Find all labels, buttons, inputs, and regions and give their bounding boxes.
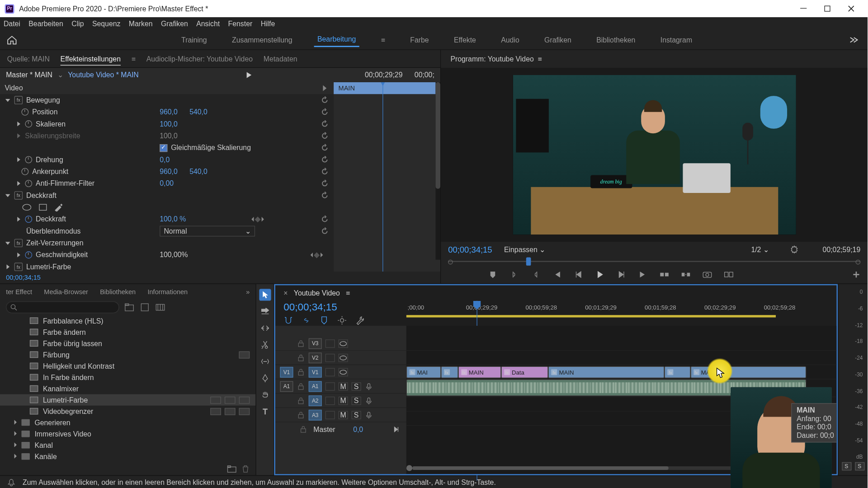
voice-over-icon[interactable] (365, 397, 373, 405)
timeline-settings-icon[interactable] (337, 316, 347, 325)
tab-media-browser[interactable]: Media-Browser (44, 288, 88, 296)
next-keyframe-icon[interactable] (321, 253, 326, 258)
reset-icon[interactable] (321, 144, 329, 152)
settings-icon[interactable] (789, 245, 799, 254)
effect-keyframe-area[interactable]: MAIN (334, 82, 440, 272)
chevron-down-icon[interactable]: ⌄ (57, 71, 63, 79)
workspace-training[interactable]: Training (178, 33, 210, 47)
sync-lock-icon[interactable] (326, 354, 335, 362)
next-keyframe-icon[interactable] (261, 217, 266, 222)
mute-button[interactable]: M (339, 411, 348, 419)
step-forward-icon[interactable] (616, 269, 627, 280)
fx-badge-icon[interactable]: fx (14, 96, 23, 104)
comparison-view-icon[interactable] (723, 269, 734, 280)
workspace-audio[interactable]: Audio (497, 33, 523, 47)
lock-icon[interactable] (297, 368, 305, 376)
track-v1-area[interactable]: fxMAI fx fxMAIN fxData fxMAIN fx fxMAIN … (406, 365, 837, 380)
menu-hilfe[interactable]: Hilfe (261, 20, 275, 28)
mark-in-icon[interactable] (509, 269, 520, 280)
workspace-farbe[interactable]: Farbe (406, 33, 432, 47)
prev-keyframe-icon[interactable] (249, 217, 254, 222)
lock-icon[interactable] (297, 339, 305, 347)
lock-icon[interactable] (299, 426, 307, 434)
stopwatch-icon[interactable] (25, 216, 32, 223)
maximize-button[interactable] (815, 0, 839, 17)
effect-panel-timecode[interactable]: 00;00;34;15 (0, 272, 440, 284)
workspace-instagram[interactable]: Instagram (657, 33, 696, 47)
add-button-icon[interactable] (851, 269, 862, 280)
mute-button[interactable]: M (339, 397, 348, 405)
lock-icon[interactable] (297, 411, 305, 419)
overflow-icon[interactable]: » (246, 288, 250, 296)
play-button[interactable] (594, 269, 605, 280)
slip-tool-icon[interactable] (259, 356, 271, 367)
deckkraft-value[interactable]: 100,0 % (160, 215, 186, 223)
track-target-v3[interactable]: V3 (309, 338, 322, 349)
ankerpunkt-x-value[interactable]: 960,0 (160, 168, 178, 176)
section-toggle-icon[interactable] (321, 84, 329, 92)
tab-ter-effect[interactable]: ter Effect (6, 288, 32, 296)
new-bin-icon[interactable] (227, 465, 236, 473)
program-current-timecode[interactable]: 00;00;34;15 (448, 245, 492, 254)
menu-bearbeiten[interactable]: Bearbeiten (28, 20, 63, 28)
twist-right-icon[interactable] (15, 121, 21, 127)
track-target-a2[interactable]: A2 (309, 395, 322, 406)
stopwatch-icon[interactable] (21, 108, 28, 116)
lock-icon[interactable] (297, 397, 305, 405)
eye-icon[interactable] (339, 354, 348, 362)
menu-clip[interactable]: Clip (71, 20, 84, 28)
mute-button[interactable]: M (339, 382, 348, 390)
preset-farbe-aendern[interactable]: Farbe ändern (0, 327, 255, 338)
close-button[interactable] (839, 0, 863, 17)
folder-kanal[interactable]: Kanal (0, 440, 255, 451)
preset-faerbung[interactable]: Färbung (0, 349, 255, 361)
workspace-effekte[interactable]: Effekte (450, 33, 480, 47)
reset-icon[interactable] (321, 120, 329, 128)
home-icon[interactable] (0, 35, 24, 45)
pen-mask-icon[interactable] (54, 203, 63, 211)
minimize-button[interactable] (791, 0, 815, 17)
voice-over-icon[interactable] (365, 411, 373, 419)
bell-icon[interactable] (7, 478, 15, 486)
program-viewer[interactable]: dream big (441, 68, 868, 242)
scrub-end-handle[interactable] (856, 260, 861, 265)
twist-right-icon[interactable] (15, 133, 21, 139)
timeline-clip[interactable]: fxMAIN (458, 366, 501, 378)
antiflimmer-value[interactable]: 0,00 (160, 179, 174, 188)
track-v3-area[interactable] (406, 337, 837, 351)
hand-tool-icon[interactable] (259, 389, 271, 401)
track-target-a1[interactable]: A1 (309, 381, 322, 392)
play-icon[interactable] (245, 72, 252, 79)
tab-quelle[interactable]: Quelle: MAIN (7, 55, 50, 63)
twist-down-icon[interactable] (5, 97, 11, 103)
twist-right-icon[interactable] (15, 157, 21, 163)
tab-audioclip-mischer[interactable]: Audioclip-Mischer: Youtube Video (146, 55, 253, 63)
twist-right-icon[interactable] (5, 264, 11, 270)
stopwatch-icon[interactable] (25, 180, 32, 188)
solo-right-button[interactable]: S (855, 462, 864, 470)
timeline-ruler[interactable]: ;00;00 00;00;29;29 00;00;59;28 00;01;29;… (406, 301, 837, 326)
sync-lock-icon[interactable] (326, 397, 335, 405)
reset-icon[interactable] (321, 132, 329, 140)
reset-icon[interactable] (321, 227, 329, 235)
sync-lock-icon[interactable] (326, 368, 335, 376)
timeline-clip[interactable]: fx (441, 366, 458, 378)
timeline-clip[interactable]: fxMAIN (548, 366, 665, 378)
panel-menu-icon[interactable]: ≡ (346, 289, 350, 297)
project-search-input[interactable] (6, 301, 119, 313)
twist-down-icon[interactable] (5, 192, 11, 198)
timeline-timecode[interactable]: 00;00;34;15 (283, 301, 398, 313)
menu-ansicht[interactable]: Ansicht (196, 20, 220, 28)
preset-lumetri[interactable]: Lumetri-Farbe (0, 394, 255, 406)
source-patch-v1[interactable]: V1 (280, 367, 293, 378)
new-item-icon[interactable] (139, 302, 150, 313)
preset-farbbalance[interactable]: Farbbalance (HLS) (0, 315, 255, 327)
preset-videobegrenzer[interactable]: Videobegrenzer (0, 406, 255, 417)
selection-tool-icon[interactable] (259, 289, 271, 301)
effect-playhead[interactable] (382, 82, 383, 272)
sync-lock-icon[interactable] (326, 411, 335, 419)
timeline-clip[interactable]: fxMAI (406, 366, 441, 378)
reset-icon[interactable] (321, 156, 329, 164)
preset-farbe-uebrig[interactable]: Farbe übrig lassen (0, 338, 255, 349)
fx-badge-icon[interactable]: fx (14, 239, 23, 247)
